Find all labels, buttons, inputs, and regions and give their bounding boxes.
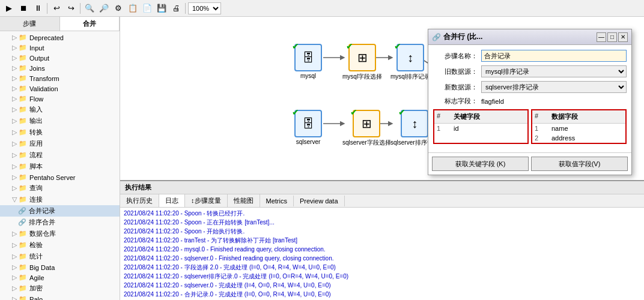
sidebar-item-合并记录[interactable]: 🔗合并记录 xyxy=(0,205,120,217)
sidebar-item-label: 应用 xyxy=(29,139,43,148)
toolbar-btn-zoom-in[interactable]: 🔍 xyxy=(83,2,96,15)
dialog-get-data-btn[interactable]: 获取值字段(V) xyxy=(531,157,628,171)
sidebar-item-label: 查询 xyxy=(29,184,43,193)
sidebar-item-连接[interactable]: ▽ 📁连接 xyxy=(0,194,120,205)
log-line: 2021/08/24 11:02:20 - 合并记录.0 - 完成处理 (I=0… xyxy=(124,290,640,299)
sidebar-item-输出[interactable]: ▷ 📁输出 xyxy=(0,115,120,127)
node-mysql-sort[interactable]: ✔ ↕ mysql排序记录 xyxy=(390,44,430,81)
sidebar-item-查询[interactable]: ▷ 📁查询 xyxy=(0,182,120,194)
sidebar-tabs: 步骤 合并 xyxy=(0,17,120,31)
sidebar-item-Palo[interactable]: ▷ 📁Palo xyxy=(0,294,120,300)
toolbar-btn-new[interactable]: 📄 xyxy=(141,2,154,15)
toolbar-sep-1 xyxy=(47,3,47,14)
sidebar-item-Big-Data[interactable]: ▷ 📁Big Data xyxy=(0,262,120,272)
results-tab-2[interactable]: ↕步骤度量 xyxy=(185,194,228,207)
sidebar-item-icon: ▷ 📁 xyxy=(12,95,27,103)
sidebar-item-数据仓库[interactable]: ▷ 📁数据仓库 xyxy=(0,228,120,239)
sidebar-item-label: Big Data xyxy=(29,264,55,271)
dialog-key-row-1[interactable]: 1 id xyxy=(434,124,527,133)
dialog-row-oldsource: 旧数据源： mysql排序记录sqlserver排序记录 xyxy=(433,65,627,77)
dialog-data-row-2[interactable]: 2 address xyxy=(532,133,625,143)
toolbar-btn-stop[interactable]: ⏹ xyxy=(17,2,30,15)
sidebar-item-Joins[interactable]: ▷ 📁Joins xyxy=(0,63,120,73)
sidebar-item-label: 统计 xyxy=(29,252,43,261)
dialog-data-col2-header: 数据字段 xyxy=(551,112,623,121)
sidebar-item-输入[interactable]: ▷ 📁输入 xyxy=(0,104,120,115)
main-toolbar: ▶ ⏹ ⏸ ↩ ↪ 🔍 🔎 ⚙ 📋 📄 💾 🖨 100% 75% 50% 125… xyxy=(0,0,644,17)
results-tabs: 执行历史日志↕步骤度量性能图MetricsPreview data xyxy=(120,194,644,208)
node-mysql-field[interactable]: ✔ ⊞ mysql字段选择 xyxy=(342,44,382,81)
node-mysql-sort-icon: ↕ xyxy=(407,51,413,65)
dialog-minimize-btn[interactable]: — xyxy=(597,32,606,42)
dialog-newsource-select[interactable]: mysql排序记录sqlserver排序记录 xyxy=(481,81,627,93)
dialog-maximize-btn[interactable]: □ xyxy=(607,32,617,42)
sidebar-item-label: 排序合并 xyxy=(29,218,55,227)
toolbar-btn-save[interactable]: 💾 xyxy=(155,2,168,15)
sidebar-item-Agile[interactable]: ▷ 📁Agile xyxy=(0,272,120,283)
sidebar-item-统计[interactable]: ▷ 📁统计 xyxy=(0,251,120,262)
sidebar-item-流程[interactable]: ▷ 📁流程 xyxy=(0,149,120,161)
log-line: 2021/08/24 11:02:20 - 字段选择 2.0 - 完成处理 (I… xyxy=(124,263,640,272)
node-sqlserver-sort-check: ✔ xyxy=(398,107,406,117)
dialog-titlebar: 🔗 合并行 (比... — □ ✕ xyxy=(428,29,631,45)
dialog-newsource-label: 新数据源： xyxy=(433,83,481,92)
node-mysql-sort-check: ✔ xyxy=(394,41,401,51)
dialog-get-key-btn[interactable]: 获取关键字段 (K) xyxy=(432,157,529,171)
toolbar-btn-print[interactable]: 🖨 xyxy=(169,2,183,15)
results-tab-4[interactable]: Metrics xyxy=(260,196,294,206)
sidebar-item-icon: ▷ 📁 xyxy=(12,274,27,281)
zoom-select[interactable]: 100% 75% 50% 125% xyxy=(188,2,221,14)
sidebar-item-Transform[interactable]: ▷ 📁Transform xyxy=(0,73,120,83)
node-mysql[interactable]: ✔ 🗄 mysql xyxy=(294,44,322,79)
toolbar-btn-undo[interactable]: ↩ xyxy=(50,2,63,15)
log-line: 2021/08/24 11:02:20 - Spoon - 开始执行转换. xyxy=(124,227,640,236)
dialog-footer: 获取关键字段 (K) 获取值字段(V) xyxy=(428,152,631,175)
toolbar-btn-play[interactable]: ▶ xyxy=(2,2,16,15)
toolbar-btn-zoom-out[interactable]: 🔎 xyxy=(97,2,111,15)
sidebar-item-转换[interactable]: ▷ 📁转换 xyxy=(0,127,120,138)
results-tab-1[interactable]: 日志 xyxy=(159,194,185,207)
dialog-close-btn[interactable]: ✕ xyxy=(618,32,628,42)
node-sqlserver[interactable]: ✔ 🗄 sqlserver xyxy=(294,110,322,145)
results-tab-3[interactable]: 性能图 xyxy=(228,194,260,207)
sidebar-item-检验[interactable]: ▷ 📁检验 xyxy=(0,239,120,251)
canvas[interactable]: → → ✔ 🗄 mysql ✔ ⊞ mysql字段选择 xyxy=(120,17,644,180)
toolbar-btn-redo[interactable]: ↪ xyxy=(64,2,77,15)
sidebar-item-label: Pentaho Server xyxy=(29,174,75,181)
sidebar-item-Pentaho-Server[interactable]: ▷ 📁Pentaho Server xyxy=(0,172,120,182)
node-mysql-field-icon: ⊞ xyxy=(357,50,368,65)
results-tab-0[interactable]: 执行历史 xyxy=(120,194,159,207)
sidebar-tab-steps[interactable]: 步骤 xyxy=(0,17,60,31)
sidebar: 步骤 合并 ▷ 📁Deprecated▷ 📁Input▷ 📁Output▷ 📁J… xyxy=(0,17,120,300)
sidebar-tab-merge[interactable]: 合并 xyxy=(60,17,120,31)
dialog-stepname-input[interactable] xyxy=(481,50,627,62)
log-line: 2021/08/24 11:02:20 - Spoon - 转换已经打开. xyxy=(124,209,640,218)
sidebar-item-icon: ▷ 📁 xyxy=(12,128,27,136)
sidebar-item-脚本[interactable]: ▷ 📁脚本 xyxy=(0,161,120,172)
results-tab-5[interactable]: Preview data xyxy=(294,196,345,206)
sidebar-item-Deprecated[interactable]: ▷ 📁Deprecated xyxy=(0,32,120,43)
dialog-tables: # 关键字段 1 id # 数据字段 xyxy=(433,109,627,144)
sidebar-item-应用[interactable]: ▷ 📁应用 xyxy=(0,138,120,149)
sidebar-item-Flow[interactable]: ▷ 📁Flow xyxy=(0,94,120,104)
sidebar-item-加密[interactable]: ▷ 📁加密 xyxy=(0,283,120,294)
dialog-data-row-1[interactable]: 1 name xyxy=(532,124,625,133)
dialog-key-table: # 关键字段 1 id xyxy=(433,109,529,144)
sidebar-item-icon: ▽ 📁 xyxy=(12,196,27,203)
dialog-key-row1-field: id xyxy=(454,125,525,132)
toolbar-btn-settings[interactable]: ⚙ xyxy=(112,2,125,15)
sidebar-item-排序合并[interactable]: 🔗排序合并 xyxy=(0,217,120,228)
node-sqlserver-sort-icon: ↕ xyxy=(412,117,418,131)
sidebar-item-label: Joins xyxy=(29,65,45,72)
node-sqlserver-field[interactable]: ✔ ⊞ sqlserver字段选择 xyxy=(342,110,391,147)
toolbar-btn-copy[interactable]: 📋 xyxy=(126,2,139,15)
dialog-oldsource-select[interactable]: mysql排序记录sqlserver排序记录 xyxy=(481,65,627,77)
sidebar-item-icon: ▷ 📁 xyxy=(12,85,27,92)
dialog-content: 步骤名称： 旧数据源： mysql排序记录sqlserver排序记录 新数据源：… xyxy=(428,45,631,152)
sidebar-item-Output[interactable]: ▷ 📁Output xyxy=(0,53,120,63)
toolbar-btn-pause[interactable]: ⏸ xyxy=(31,2,44,15)
sidebar-item-Input[interactable]: ▷ 📁Input xyxy=(0,43,120,53)
node-sqlserver-field-check: ✔ xyxy=(350,107,357,117)
sidebar-item-icon: ▷ 📁 xyxy=(12,295,27,300)
sidebar-item-Validation[interactable]: ▷ 📁Validation xyxy=(0,83,120,94)
